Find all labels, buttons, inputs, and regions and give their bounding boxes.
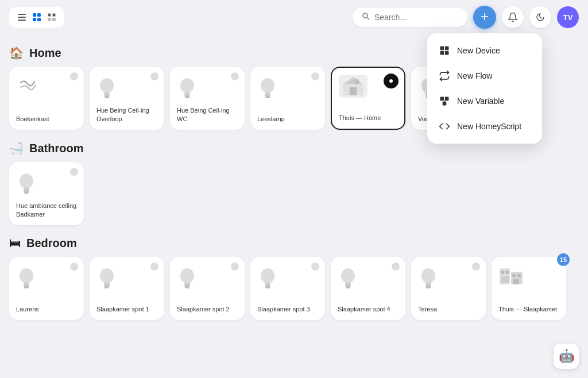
toggle-spot1[interactable]	[150, 263, 158, 271]
svg-rect-29	[184, 95, 190, 97]
bulb-icon-laurens	[16, 266, 37, 291]
device-card-hue-overloop[interactable]: Hue Being Ceil-ing Overloop	[90, 67, 164, 130]
toggle-teresa[interactable]	[472, 263, 480, 271]
device-card-boekenkast[interactable]: Boekenkast	[9, 67, 84, 130]
device-card-hue-ambiance[interactable]: Hue ambiance ceiling Badkamer	[9, 162, 84, 225]
svg-rect-34	[265, 97, 270, 98]
bathroom-devices-grid: Hue ambiance ceiling Badkamer	[9, 162, 579, 225]
svg-marker-37	[344, 77, 362, 84]
svg-rect-49	[24, 283, 29, 285]
toggle-hue-wc[interactable]	[231, 72, 239, 80]
toggle-thuis-home[interactable]	[384, 74, 399, 88]
svg-rect-6	[37, 18, 41, 21]
dark-mode-button[interactable]	[529, 6, 551, 28]
svg-point-60	[261, 268, 274, 283]
device-card-laurens[interactable]: Laurens	[9, 257, 84, 320]
new-flow-label: New Flow	[457, 71, 492, 80]
svg-rect-21	[443, 102, 447, 106]
chatbot-button[interactable]: 🤖	[554, 344, 579, 369]
svg-point-13	[363, 13, 368, 18]
toggle-spot3[interactable]	[311, 263, 319, 271]
device-card-thuis-home[interactable]: Thuis — Home	[331, 67, 405, 130]
device-card-spot1[interactable]: Slaapkamer spot 1	[90, 257, 164, 320]
thuis-home-image	[339, 75, 368, 98]
device-label-hue-overloop: Hue Being Ceil-ing Overloop	[96, 106, 157, 123]
search-bar[interactable]	[353, 7, 467, 27]
svg-point-27	[180, 78, 194, 93]
svg-rect-45	[24, 188, 29, 190]
svg-point-68	[421, 268, 435, 283]
device-card-leeslamp[interactable]: Leeslamp	[250, 67, 325, 130]
section-header-bedroom: 🛏 Bedroom	[9, 237, 579, 250]
svg-rect-66	[345, 285, 351, 287]
device-card-spot4[interactable]: Slaapkamer spot 4	[331, 257, 405, 320]
svg-rect-15	[440, 47, 444, 51]
svg-rect-4	[37, 13, 41, 17]
device-card-teresa[interactable]: Teresa	[411, 257, 486, 320]
svg-point-48	[20, 268, 33, 283]
new-variable-label: New Variable	[457, 97, 504, 106]
toggle-boekenkast[interactable]	[70, 72, 78, 80]
section-title-bathroom: Bathroom	[29, 142, 83, 155]
variable-icon	[439, 95, 450, 107]
svg-point-44	[20, 173, 33, 188]
svg-rect-75	[501, 276, 509, 283]
svg-rect-1	[18, 17, 26, 18]
bulb-icon-wc	[177, 76, 198, 101]
svg-rect-55	[105, 287, 109, 288]
bulb-icon-teresa	[418, 266, 439, 291]
svg-rect-5	[33, 18, 36, 21]
new-flow-item[interactable]: New Flow	[427, 63, 542, 88]
toggle-hue-ambiance[interactable]	[70, 168, 78, 176]
toggle-laurens[interactable]	[70, 263, 78, 271]
notifications-button[interactable]	[502, 6, 524, 28]
user-avatar-button[interactable]: TV	[557, 6, 579, 28]
toggle-leeslamp[interactable]	[311, 72, 319, 80]
list-view-btn[interactable]	[16, 11, 28, 23]
svg-rect-54	[104, 285, 110, 287]
toggle-spot4[interactable]	[392, 263, 400, 271]
svg-rect-28	[184, 92, 190, 95]
svg-rect-16	[445, 47, 449, 51]
new-device-label: New Device	[457, 46, 500, 55]
svg-rect-12	[53, 14, 55, 16]
device-label-spot1: Slaapkamer spot 1	[96, 305, 149, 313]
search-input[interactable]	[374, 13, 455, 22]
new-device-item[interactable]: New Device	[427, 38, 542, 63]
device-label-spot2: Slaapkamer spot 2	[177, 305, 230, 313]
svg-rect-33	[265, 95, 270, 97]
svg-rect-46	[24, 190, 29, 192]
svg-rect-25	[104, 95, 110, 97]
thuis-slaapkamer-icon	[498, 266, 524, 291]
chatbot-icon: 🤖	[559, 349, 574, 364]
svg-rect-30	[185, 97, 189, 98]
grid-view-btn[interactable]	[31, 11, 42, 23]
device-card-spot2[interactable]: Slaapkamer spot 2	[170, 257, 245, 320]
add-button[interactable]: +	[473, 6, 496, 29]
svg-rect-53	[104, 283, 110, 285]
svg-rect-38	[350, 87, 357, 95]
svg-rect-19	[440, 97, 444, 101]
device-card-thuis-slaapkamer[interactable]: 15 Thuis — Slaapkamer	[492, 257, 566, 320]
device-label-laurens: Laurens	[16, 305, 39, 313]
svg-rect-70	[425, 285, 431, 287]
svg-rect-61	[265, 283, 270, 285]
large-view-btn[interactable]	[46, 11, 57, 23]
svg-point-64	[341, 268, 355, 283]
device-card-hue-wc[interactable]: Hue Being Ceil-ing WC	[170, 67, 245, 130]
new-homeyscript-label: New HomeyScript	[457, 122, 521, 131]
bulb-icon-spot2	[177, 266, 198, 291]
flow-icon	[439, 70, 450, 82]
toggle-spot2[interactable]	[231, 263, 239, 271]
avatar-initials: TV	[563, 13, 573, 22]
toggle-hue-overloop[interactable]	[150, 72, 158, 80]
section-title-home: Home	[29, 47, 61, 60]
new-variable-item[interactable]: New Variable	[427, 88, 542, 114]
svg-rect-17	[440, 51, 444, 55]
device-card-spot3[interactable]: Slaapkamer spot 3	[250, 257, 325, 320]
bulb-icon-leeslamp	[257, 76, 278, 101]
svg-rect-47	[24, 192, 29, 194]
new-homeyscript-item[interactable]: New HomeyScript	[427, 114, 542, 139]
topbar-right: + TV	[353, 6, 579, 29]
topbar: + TV	[0, 0, 588, 34]
